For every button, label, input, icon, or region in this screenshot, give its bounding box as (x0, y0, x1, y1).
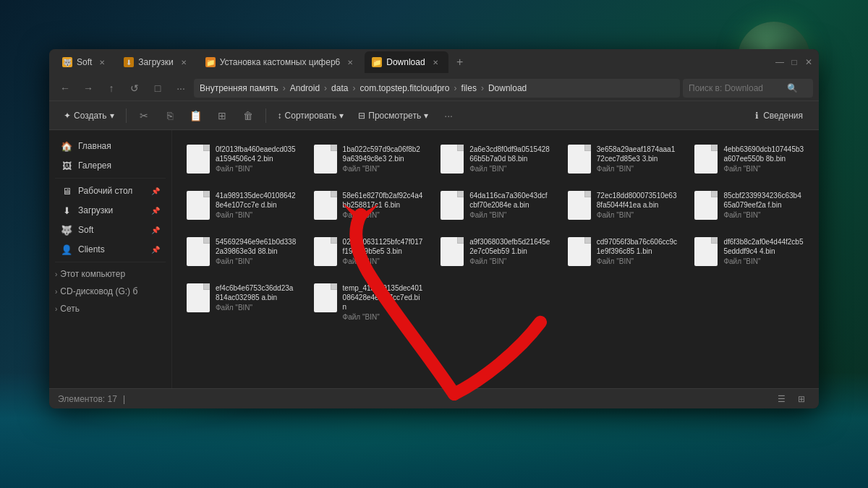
tab-downloads[interactable]: ⬇ Загрузки ✕ (116, 51, 196, 73)
create-label: Создать (74, 111, 107, 121)
sidebar-item-soft[interactable]: 🐺 Soft 📌 (52, 221, 169, 239)
tab-download-folder-label: Download (386, 57, 425, 67)
file-name-0: 0f2013fba460eaedcd035a1594506c4 2.bin (216, 145, 297, 163)
copy-button[interactable]: ⎘ (158, 104, 182, 127)
list-item[interactable]: 64da116ca7a360e43dcfcbf70e2084e a.bin Фа… (435, 185, 556, 226)
search-box[interactable]: 🔍 (683, 79, 813, 98)
file-name-10: 545692946e9e61b0d3382a39863e3d 88.bin (216, 237, 297, 256)
file-type-14: Файл "BIN" (723, 257, 804, 265)
file-item-inner: cd97056f3ba76c606cc9c1e9f396c85 1.bin Фа… (568, 237, 678, 266)
list-item[interactable]: 545692946e9e61b0d3382a39863e3d 88.bin Фа… (181, 231, 302, 272)
file-type-3: Файл "BIN" (597, 165, 678, 173)
list-item[interactable]: 2a6e3cd8f0df9a051542866b5b7a0d b8.bin Фа… (435, 139, 556, 179)
details-button[interactable]: ℹ Сведения (748, 108, 810, 124)
file-icon-5 (187, 191, 210, 220)
sidebar-group-cd-drive[interactable]: › CD-дисковод (G:) б (49, 283, 171, 300)
sidebar-item-desktop[interactable]: 🖥 Рабочий стол 📌 (52, 181, 169, 200)
list-item[interactable]: a9f3068030efb5d21645e2e7c05eb59 1.bin Фа… (435, 231, 556, 272)
rename-button[interactable]: ⊞ (210, 104, 234, 127)
address-path[interactable]: Внутренняя память › Android › data › com… (194, 79, 680, 98)
file-type-13: Файл "BIN" (597, 257, 678, 265)
file-item-inner: a9f3068030efb5d21645e2e7c05eb59 1.bin Фа… (441, 237, 550, 266)
file-icon-2 (441, 145, 464, 174)
file-item-inner: 2a6e3cd8f0df9a051542866b5b7a0d b8.bin Фа… (441, 145, 550, 174)
search-input[interactable] (689, 83, 783, 93)
address-ellipsis-button[interactable]: ··· (171, 78, 191, 98)
details-icon: ℹ (755, 111, 759, 121)
list-item[interactable]: 4ebb63690dcb107445b3a607ee550b 8b.bin Фа… (689, 139, 810, 179)
file-name-16: temp_41a989135dec401086428e4e1 07cc7ed.b… (343, 283, 424, 312)
tab-install[interactable]: 📁 Установка кастомных цифер6 ✕ (198, 51, 364, 73)
close-button[interactable]: ✕ (804, 58, 813, 67)
status-items-count: Элементов: 17 (58, 394, 117, 404)
sidebar-item-home[interactable]: 🏠 Главная (52, 137, 169, 155)
forward-button[interactable]: → (78, 78, 98, 98)
downloads-icon: ⬇ (61, 205, 72, 216)
tab-soft-icon: 🐺 (62, 57, 72, 67)
file-info-3: 3e658a29aeaf1874aaa172cec7d85e3 3.bin Фа… (597, 145, 678, 173)
file-icon-6 (314, 191, 337, 220)
minimize-button[interactable]: — (775, 58, 784, 67)
file-icon-10 (187, 237, 210, 266)
maximize-button[interactable]: □ (790, 58, 799, 67)
file-name-15: ef4c6b4e6753c36dd23a814ac032985 a.bin (216, 283, 297, 302)
tab-download-folder-close[interactable]: ✕ (430, 56, 441, 68)
list-item[interactable]: cd97056f3ba76c606cc9c1e9f396c85 1.bin Фа… (562, 231, 684, 272)
sidebar-downloads-label: Загрузки (78, 205, 113, 215)
up-button[interactable]: ↑ (101, 78, 122, 98)
more-options-button[interactable]: ··· (437, 104, 460, 127)
cut-button[interactable]: ✂ (132, 104, 156, 127)
toolbar: ✦ Создать ▾ ✂ ⎘ 📋 ⊞ 🗑 ↕ Сортировать ▾ ⊟ … (49, 101, 819, 130)
paste-button[interactable]: 📋 (184, 104, 208, 127)
sidebar-group-network[interactable]: › Сеть (49, 300, 171, 317)
file-item-inner: 025150631125bfc47f017f19cb99b5e5 3.bin Ф… (314, 237, 424, 266)
sidebar-item-gallery[interactable]: 🖼 Галерея (52, 156, 169, 175)
downloads-pin-icon: 📌 (151, 207, 160, 215)
grid-view-button[interactable]: ⊞ (793, 390, 810, 408)
search-icon[interactable]: 🔍 (787, 83, 798, 93)
tab-downloads-close[interactable]: ✕ (178, 56, 190, 68)
sidebar-item-downloads[interactable]: ⬇ Загрузки 📌 (52, 201, 169, 220)
back-button[interactable]: ← (55, 78, 75, 98)
file-area: 0f2013fba460eaedcd035a1594506c4 2.bin Фа… (172, 130, 819, 388)
tab-download-folder[interactable]: 📁 Download ✕ (365, 51, 448, 73)
path-data: data (331, 83, 348, 93)
address-more-button[interactable]: □ (148, 78, 168, 98)
file-item-inner: 545692946e9e61b0d3382a39863e3d 88.bin Фа… (187, 237, 297, 266)
list-item[interactable]: ef4c6b4e6753c36dd23a814ac032985 a.bin Фа… (181, 278, 302, 327)
list-item[interactable]: 72ec18dd800073510e638fa5044f41ea a.bin Ф… (562, 185, 684, 226)
gallery-icon: 🖼 (61, 160, 72, 171)
create-button[interactable]: ✦ Создать ▾ (58, 108, 120, 124)
file-info-10: 545692946e9e61b0d3382a39863e3d 88.bin Фа… (216, 237, 297, 265)
list-item[interactable]: 0f2013fba460eaedcd035a1594506c4 2.bin Фа… (181, 139, 302, 179)
list-item[interactable]: 58e61e8270fb2af92c4a4bb258817c1 6.bin Фа… (308, 185, 430, 226)
list-item[interactable]: 41a989135dec401086428e4e107cc7e d.bin Фа… (181, 185, 302, 226)
sidebar-group-this-pc[interactable]: › Этот компьютер (49, 265, 171, 283)
list-item[interactable]: 3e658a29aeaf1874aaa172cec7d85e3 3.bin Фа… (562, 139, 684, 179)
new-tab-button[interactable]: + (450, 52, 470, 72)
file-item-inner: 85cbf2339934236c63b465a079eef2a f.bin Фа… (694, 191, 804, 220)
tab-install-close[interactable]: ✕ (344, 56, 356, 68)
list-item[interactable]: 025150631125bfc47f017f19cb99b5e5 3.bin Ф… (308, 231, 430, 272)
sort-button[interactable]: ↕ Сортировать ▾ (272, 108, 350, 124)
refresh-button[interactable]: ↺ (124, 78, 145, 98)
list-item[interactable]: 85cbf2339934236c63b465a079eef2a f.bin Фа… (689, 185, 810, 226)
path-sep-2: › (324, 83, 327, 93)
view-button[interactable]: ⊟ Просмотреть ▾ (352, 108, 434, 124)
sidebar-item-clients[interactable]: 👤 Clients 📌 (52, 240, 169, 259)
tab-soft[interactable]: 🐺 Soft ✕ (55, 51, 115, 73)
cd-drive-expand-icon: › (55, 288, 57, 296)
path-sep-5: › (481, 83, 484, 93)
tab-soft-close[interactable]: ✕ (96, 56, 108, 68)
file-item-inner: 41a989135dec401086428e4e107cc7e d.bin Фа… (187, 191, 297, 220)
file-name-3: 3e658a29aeaf1874aaa172cec7d85e3 3.bin (597, 145, 678, 163)
sidebar-divider-2 (55, 262, 166, 262)
address-bar: ← → ↑ ↺ □ ··· Внутренняя память › Androi… (49, 75, 819, 101)
list-item[interactable]: temp_41a989135dec401086428e4e1 07cc7ed.b… (308, 278, 430, 327)
delete-button[interactable]: 🗑 (237, 104, 260, 127)
file-name-5: 41a989135dec401086428e4e107cc7e d.bin (216, 191, 297, 210)
list-view-button[interactable]: ☰ (773, 390, 790, 408)
list-item[interactable]: df6f3b8c2af0e4d44f2cb55edddf9c4 4.bin Фа… (689, 231, 810, 272)
file-type-1: Файл "BIN" (343, 165, 424, 173)
list-item[interactable]: 1ba022c597d9ca06f8b29a63949c8e3 2.bin Фа… (308, 139, 430, 179)
